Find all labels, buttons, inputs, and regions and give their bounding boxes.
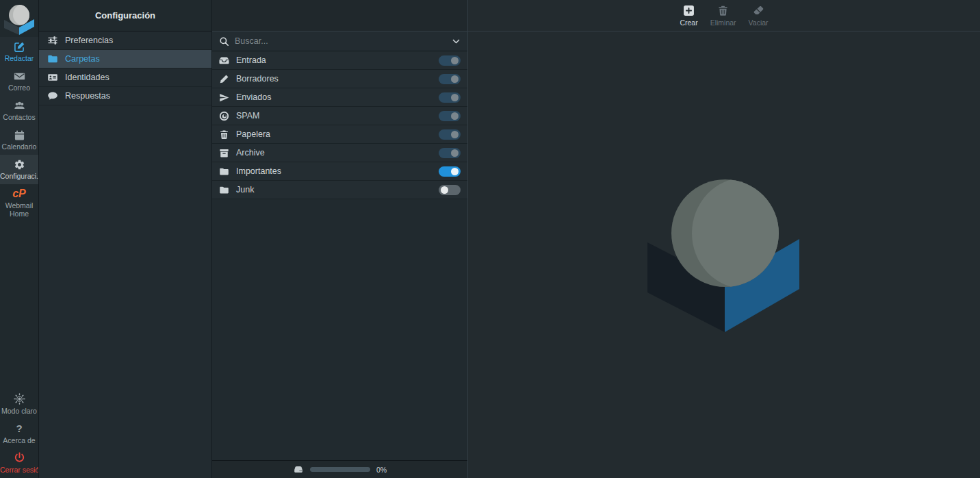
folders-top-strip (212, 0, 467, 32)
taskbar-item-label: Correo (0, 84, 38, 92)
watermark-sphere (671, 179, 779, 287)
taskbar-item-webmail-home[interactable]: cP Webmail Home (0, 184, 38, 222)
folder-toggle[interactable] (439, 185, 461, 195)
toggle-knob (451, 168, 459, 175)
taskbar-item-label: Configuraci... (0, 172, 38, 180)
folders-searchbar (212, 32, 467, 51)
folder-name: Enviados (236, 92, 432, 102)
pencil-icon (219, 74, 229, 84)
folder-name: Archive (236, 148, 432, 158)
quota-bar: 0% (212, 460, 467, 478)
folder-row-archive[interactable]: Archive (212, 144, 467, 162)
folder-name: Papelera (236, 129, 432, 139)
settings-nav-column: Configuración Preferencias Carpetas Iden… (39, 0, 212, 478)
compose-icon (0, 40, 38, 53)
taskbar-item-label: Calendario (0, 142, 38, 151)
taskbar-item-modo-claro[interactable]: Modo claro (0, 390, 38, 419)
plus-square-icon (683, 5, 695, 16)
folder-toggle[interactable] (439, 92, 461, 103)
question-icon: ? (0, 423, 38, 435)
folders-column: Entrada Borradores Enviados SPAM Papeler… (212, 0, 468, 478)
settings-item-respuestas[interactable]: Respuestas (39, 87, 211, 105)
trash-icon (717, 5, 729, 16)
create-button-label: Crear (680, 18, 697, 27)
settings-item-identidades[interactable]: Identidades (39, 68, 211, 87)
folder-row-importantes[interactable]: Importantes (212, 162, 467, 181)
folder-icon (219, 185, 229, 195)
empty-folder-button[interactable]: Vaciar (749, 5, 769, 27)
folder-toggle[interactable] (439, 166, 461, 177)
quota-progress-track (310, 467, 370, 472)
taskbar-item-redactar[interactable]: Redactar (0, 37, 38, 66)
folder-toggle[interactable] (439, 148, 461, 158)
paper-plane-icon (219, 92, 229, 103)
logo-sphere (9, 5, 29, 25)
settings-item-label: Respuestas (65, 91, 110, 101)
folder-row-papelera[interactable]: Papelera (212, 125, 467, 144)
inbox-icon (219, 55, 229, 66)
folder-icon (219, 166, 229, 177)
cpanel-icon: cP (0, 188, 38, 200)
folder-name: Borradores (236, 74, 432, 84)
taskbar: Redactar Correo Contactos Calendario (0, 0, 39, 478)
folder-row-junk[interactable]: Junk (212, 181, 467, 199)
taskbar-item-correo[interactable]: Correo (0, 66, 38, 96)
folders-empty-area (212, 199, 467, 460)
fire-icon (219, 111, 229, 121)
eraser-icon (753, 5, 764, 16)
folder-name: Junk (236, 185, 432, 194)
contacts-icon (0, 99, 38, 112)
toggle-knob (441, 186, 448, 194)
settings-item-label: Identidades (65, 73, 109, 82)
webmail-settings-app: Redactar Correo Contactos Calendario (0, 0, 980, 478)
taskbar-item-label: Webmail Home (0, 201, 38, 218)
settings-item-carpetas[interactable]: Carpetas (39, 50, 211, 68)
toggle-knob (451, 149, 459, 157)
archive-icon (219, 148, 229, 158)
sun-icon (0, 393, 38, 405)
toggle-knob (451, 57, 459, 64)
folder-toggle[interactable] (439, 55, 461, 66)
folder-name: SPAM (236, 111, 432, 121)
toggle-knob (451, 75, 459, 83)
content-toolbar: Crear Eliminar Vaciar (468, 0, 980, 32)
disk-icon (293, 464, 304, 475)
toggle-knob (451, 94, 459, 101)
chevron-down-icon[interactable] (452, 37, 461, 46)
folder-name: Entrada (236, 55, 432, 65)
task-group: Redactar Correo Contactos Calendario (0, 37, 38, 184)
taskbar-item-label: Redactar (0, 54, 38, 62)
folder-toggle[interactable] (439, 111, 461, 121)
folder-row-spam[interactable]: SPAM (212, 107, 467, 125)
roundcube-watermark (647, 179, 801, 333)
calendar-icon (0, 129, 38, 141)
delete-button-label: Eliminar (710, 18, 736, 27)
power-icon (0, 452, 38, 464)
toggle-knob (451, 131, 459, 138)
id-card-icon (47, 72, 58, 83)
folder-row-entrada[interactable]: Entrada (212, 51, 467, 70)
taskbar-item-cerrar-sesion[interactable]: Cerrar sesión (0, 449, 38, 478)
toggle-knob (451, 112, 459, 120)
taskbar-item-label: Acerca de (0, 436, 38, 444)
settings-item-label: Carpetas (65, 54, 100, 64)
sliders-icon (47, 35, 58, 46)
folder-toggle[interactable] (439, 129, 461, 140)
search-icon (219, 36, 229, 47)
settings-item-preferencias[interactable]: Preferencias (39, 32, 211, 50)
taskbar-item-contactos[interactable]: Contactos (0, 96, 38, 125)
folder-name: Importantes (236, 166, 432, 176)
folder-toggle[interactable] (439, 74, 461, 84)
taskbar-item-configuracion[interactable]: Configuraci... (0, 155, 38, 184)
quota-percent: 0% (376, 466, 387, 474)
roundcube-logo[interactable] (2, 3, 36, 35)
taskbar-item-calendario[interactable]: Calendario (0, 125, 38, 155)
taskbar-item-acerca-de[interactable]: ? Acerca de (0, 419, 38, 449)
taskbar-item-label: Modo claro (0, 407, 38, 415)
content-pane: Crear Eliminar Vaciar (468, 0, 980, 478)
folder-row-borradores[interactable]: Borradores (212, 70, 467, 88)
search-input[interactable] (235, 36, 446, 46)
folder-row-enviados[interactable]: Enviados (212, 88, 467, 107)
create-button[interactable]: Crear (680, 5, 697, 27)
delete-button[interactable]: Eliminar (710, 5, 736, 27)
